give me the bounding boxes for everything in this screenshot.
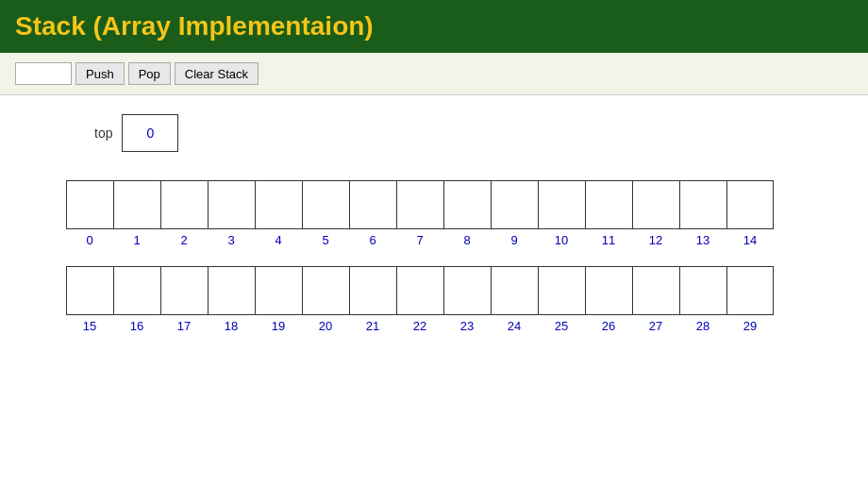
array-cell [350, 267, 397, 314]
array-cell [350, 181, 397, 228]
array-cell [539, 267, 586, 314]
array-cell [303, 181, 350, 228]
array-index-label: 6 [349, 233, 396, 247]
array-cell [586, 181, 633, 228]
array-index-label: 19 [255, 319, 302, 333]
array-index-label: 28 [679, 319, 726, 333]
array-cell [727, 267, 775, 314]
array-index-label: 1 [113, 233, 160, 247]
toolbar: Push Pop Clear Stack [0, 53, 868, 95]
array-index-label: 25 [538, 319, 585, 333]
array-index-label: 11 [585, 233, 632, 247]
array-index-label: 3 [208, 233, 255, 247]
array-cell [67, 267, 114, 314]
array-cell [397, 181, 444, 228]
array-cell [161, 267, 209, 314]
top-indicator: top 0 [94, 114, 830, 152]
array-index-label: 23 [443, 319, 491, 333]
pop-button[interactable]: Pop [128, 62, 171, 85]
array-index-label: 14 [726, 233, 774, 247]
main-content: top 0 01234567891011121314 1516171819202… [0, 95, 868, 361]
app-header: Stack (Array Implementaion) [0, 0, 868, 53]
array-index-label: 21 [349, 319, 396, 333]
array-index-label: 27 [632, 319, 679, 333]
array-cell [492, 181, 539, 228]
array-cell [161, 181, 209, 228]
array-index-label: 5 [302, 233, 349, 247]
array-index-label: 12 [632, 233, 679, 247]
array-cell [633, 181, 680, 228]
array-cell [444, 267, 492, 314]
array-cell [303, 267, 350, 314]
array-cell [114, 181, 161, 228]
array-labels-row1: 01234567891011121314 [66, 233, 774, 247]
array-row-2: 151617181920212223242526272829 [38, 266, 830, 333]
array-index-label: 0 [66, 233, 113, 247]
array-cell [633, 267, 680, 314]
top-label: top [94, 126, 112, 141]
array-cell [727, 181, 775, 228]
array-cell [539, 181, 586, 228]
array-cell [114, 267, 161, 314]
array-cell [492, 267, 539, 314]
array-cell [680, 181, 727, 228]
array-index-label: 26 [585, 319, 632, 333]
array-cell [680, 267, 727, 314]
array-labels-row2: 151617181920212223242526272829 [66, 319, 774, 333]
array-index-label: 20 [302, 319, 349, 333]
array-cells-row2 [66, 266, 774, 315]
array-cell [209, 181, 256, 228]
array-cell [256, 181, 303, 228]
top-value-box: 0 [122, 114, 178, 152]
array-index-label: 16 [113, 319, 160, 333]
clear-stack-button[interactable]: Clear Stack [175, 62, 259, 85]
page-title: Stack (Array Implementaion) [15, 11, 853, 42]
array-index-label: 17 [160, 319, 208, 333]
array-index-label: 15 [66, 319, 113, 333]
push-input[interactable] [15, 62, 72, 85]
array-cell [444, 181, 492, 228]
array-cell [586, 267, 633, 314]
array-index-label: 29 [726, 319, 774, 333]
array-index-label: 4 [255, 233, 302, 247]
array-index-label: 13 [679, 233, 726, 247]
array-index-label: 10 [538, 233, 585, 247]
array-cell [397, 267, 444, 314]
array-index-label: 24 [491, 319, 538, 333]
array-index-label: 18 [208, 319, 255, 333]
array-index-label: 8 [443, 233, 491, 247]
array-cells-row1 [66, 180, 774, 229]
array-index-label: 7 [396, 233, 443, 247]
array-index-label: 2 [160, 233, 208, 247]
array-cell [67, 181, 114, 228]
array-cell [209, 267, 256, 314]
push-button[interactable]: Push [75, 62, 125, 85]
array-cell [256, 267, 303, 314]
array-index-label: 9 [491, 233, 538, 247]
array-index-label: 22 [396, 319, 443, 333]
array-row-1: 01234567891011121314 [38, 180, 830, 247]
